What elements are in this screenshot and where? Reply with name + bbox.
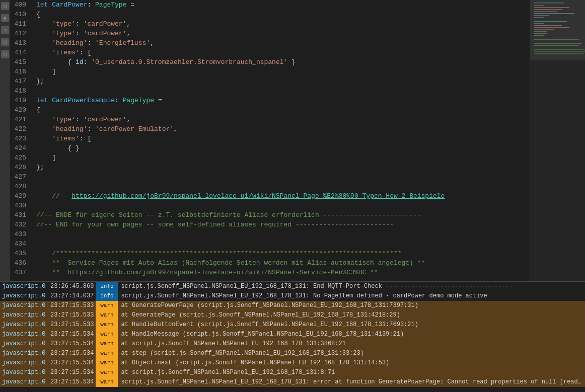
token-punct: } xyxy=(76,144,80,152)
console-level-badge: warn xyxy=(96,330,118,339)
token-op: : [ xyxy=(80,49,91,56)
code-line: 427 xyxy=(10,172,530,182)
token-comment: //-- xyxy=(52,192,71,200)
console-row: javascript.023:27:15.534warnat step (scr… xyxy=(0,349,585,358)
code-line: 434 xyxy=(10,239,530,249)
line-content: 'heading': 'cardPower Emulator', xyxy=(34,124,530,134)
token-op xyxy=(36,58,67,66)
token-op xyxy=(36,125,52,133)
line-content: 'type': 'cardPower', xyxy=(34,19,530,29)
console-row: javascript.023:27:15.533warnat GenerateP… xyxy=(0,301,585,310)
line-content: 'items': [ xyxy=(34,48,530,57)
token-op xyxy=(36,154,52,162)
console-source: javascript.0 xyxy=(0,301,48,310)
console-level-badge: warn xyxy=(96,310,118,320)
console-source: javascript.0 xyxy=(0,330,48,339)
line-number: 422 xyxy=(10,124,34,134)
token-str: 'cardPower' xyxy=(84,116,127,123)
left-icon-strip: ⬡ ⚙ ⚡ ⬡ ⬡ xyxy=(0,0,10,281)
token-varname: CardPower xyxy=(52,1,87,9)
console-message: at HandleButtonEvent (script.js.Sonoff_N… xyxy=(118,320,585,330)
console-row: javascript.023:27:15.534warnscript.js.So… xyxy=(0,377,585,387)
line-number: 437 xyxy=(10,268,34,277)
console-source: javascript.0 xyxy=(0,358,48,368)
line-number: 432 xyxy=(10,220,34,229)
line-content xyxy=(34,229,530,239)
console-message: at script.js.Sonoff_NSPanel.NSPanel_EU_1… xyxy=(118,339,585,349)
token-op xyxy=(36,68,52,75)
line-content: 'items': [ xyxy=(34,134,530,143)
line-number: 412 xyxy=(10,29,34,38)
line-number: 409 xyxy=(10,0,34,10)
line-number: 427 xyxy=(10,172,34,182)
code-panel[interactable]: 409let CardPower: PageType =410{411 'typ… xyxy=(10,0,530,281)
line-number: 428 xyxy=(10,182,34,191)
token-op xyxy=(36,192,52,200)
console-message: at step (script.js.Sonoff_NSPanel.NSPane… xyxy=(118,349,585,358)
token-type: PageType xyxy=(95,1,126,9)
code-line: 423 'items': [ xyxy=(10,134,530,143)
console-rows: javascript.023:26:45.869infoscript.js.So… xyxy=(0,282,585,387)
code-line: 420{ xyxy=(10,105,530,115)
line-content xyxy=(34,201,530,210)
console-time: 23:27:15.534 xyxy=(48,349,96,358)
line-number: 410 xyxy=(10,10,34,19)
token-op: : xyxy=(115,97,123,104)
token-kw: let xyxy=(36,1,52,9)
code-line: 433 xyxy=(10,229,530,239)
token-punct: , xyxy=(174,125,178,133)
console-area: javascript.023:26:45.869infoscript.js.So… xyxy=(0,281,585,392)
console-level-badge: warn xyxy=(96,339,118,349)
token-str: 'type' xyxy=(52,116,76,123)
line-number: 424 xyxy=(10,143,34,153)
console-message: at script.js.Sonoff_NSPanel.NSPanel_EU_1… xyxy=(118,368,585,377)
line-content xyxy=(34,182,530,191)
line-content: 'heading': 'Energiefluss', xyxy=(34,38,530,48)
console-message: at GeneratePage (script.js.Sonoff_NSPane… xyxy=(118,310,585,320)
token-op: : xyxy=(87,125,95,133)
line-number: 434 xyxy=(10,239,34,249)
line-number: 415 xyxy=(10,57,34,67)
console-row: javascript.023:27:14.037infoscript.js.So… xyxy=(0,291,585,301)
token-op xyxy=(36,144,67,152)
token-comment: ** Service Pages mit Auto-Alias (Nachfol… xyxy=(36,259,425,267)
code-line: 419let CardPowerExample: PageType = xyxy=(10,96,530,105)
console-time: 23:27:14.037 xyxy=(48,291,96,301)
line-content: }; xyxy=(34,76,530,86)
minimap[interactable] xyxy=(530,0,585,281)
token-comment: ** https://github.com/joBr99/nspanel-lov… xyxy=(36,269,378,276)
line-content xyxy=(34,86,530,96)
line-content: let CardPower: PageType = xyxy=(34,0,530,10)
token-str: '0_userdata.0.Stromzaehler.Stromverbrauc… xyxy=(91,58,287,66)
token-op: : xyxy=(76,20,84,28)
console-time: 23:27:15.533 xyxy=(48,310,96,320)
token-str: 'type' xyxy=(52,30,76,37)
token-prop: id xyxy=(76,58,84,66)
token-str: 'heading' xyxy=(52,125,87,133)
token-op: = xyxy=(154,97,162,104)
line-content: { xyxy=(34,105,530,115)
line-number: 425 xyxy=(10,153,34,163)
minimap-content xyxy=(530,0,585,281)
console-message: at HandleMessage (script.js.Sonoff_NSPan… xyxy=(118,330,585,339)
left-icon-2: ⚙ xyxy=(1,14,9,22)
console-message: script.js.Sonoff_NSPanel.NSPanel_EU_192_… xyxy=(118,282,585,291)
code-line: 426}; xyxy=(10,163,530,172)
console-row: javascript.023:27:15.534warnat script.js… xyxy=(0,368,585,377)
token-str: 'cardPower' xyxy=(84,30,127,37)
code-line: 428 xyxy=(10,182,530,191)
token-str: 'cardPower Emulator' xyxy=(95,125,174,133)
left-icon-1: ⬡ xyxy=(1,2,9,10)
console-source: javascript.0 xyxy=(0,349,48,358)
code-line: 436 ** Service Pages mit Auto-Alias (Nac… xyxy=(10,258,530,268)
line-content: { xyxy=(34,10,530,19)
line-content: ] xyxy=(34,153,530,163)
line-number: 421 xyxy=(10,115,34,124)
code-line: 413 'heading': 'Energiefluss', xyxy=(10,38,530,48)
console-time: 23:26:45.869 xyxy=(48,282,96,291)
code-line: 414 'items': [ xyxy=(10,48,530,57)
console-row: javascript.023:27:15.534warnat script.js… xyxy=(0,339,585,349)
line-number: 431 xyxy=(10,210,34,220)
console-time: 23:27:15.534 xyxy=(48,358,96,368)
token-str: 'items' xyxy=(52,135,80,142)
